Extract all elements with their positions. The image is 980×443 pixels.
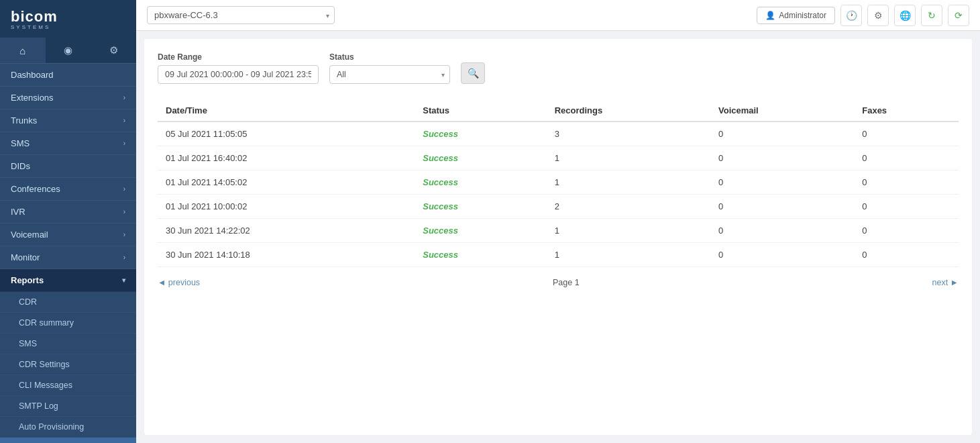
cell-faxes: 0 <box>854 146 959 170</box>
sidebar-item-label: Monitor <box>11 252 40 262</box>
sidebar-item-cdr-settings[interactable]: CDR Settings <box>0 354 136 375</box>
status-label: Status <box>329 52 450 62</box>
sidebar-item-reports[interactable]: Reports ▾ <box>0 269 136 292</box>
sidebar-navigation: Dashboard Extensions › Trunks › SMS › DI… <box>0 64 136 443</box>
globe-btn[interactable]: 🌐 <box>894 5 916 26</box>
col-status: Status <box>415 100 546 121</box>
sidebar-item-label: Dashboard <box>11 70 54 80</box>
table-row[interactable]: 01 Jul 2021 14:05:02 Success 1 0 0 <box>158 170 959 195</box>
sidebar-item-smtp-log[interactable]: SMTP Log <box>0 396 136 417</box>
cell-voicemail: 0 <box>710 219 854 243</box>
cell-datetime: 05 Jul 2021 11:05:05 <box>158 121 415 146</box>
chevron-right-icon: › <box>123 254 125 261</box>
col-voicemail: Voicemail <box>710 100 854 121</box>
user-icon: 👤 <box>765 11 775 20</box>
status-select-wrapper: All Success Failed Pending ▾ <box>329 65 450 84</box>
pagination: ◄ previous Page 1 next ► <box>158 278 959 287</box>
filter-bar: Date Range Status All Success Failed Pen… <box>158 52 959 84</box>
table-row[interactable]: 30 Jun 2021 14:10:18 Success 1 0 0 <box>158 243 959 267</box>
cell-status: Success <box>415 170 546 195</box>
sidebar-item-dids[interactable]: DIDs <box>0 155 136 178</box>
gear-icon: ⚙ <box>874 10 883 21</box>
table-body: 05 Jul 2021 11:05:05 Success 3 0 0 01 Ju… <box>158 121 959 267</box>
table-row[interactable]: 01 Jul 2021 16:40:02 Success 1 0 0 <box>158 146 959 170</box>
cell-voicemail: 0 <box>710 243 854 267</box>
chevron-right-icon: › <box>123 140 125 147</box>
sidebar-item-cli-messages[interactable]: CLI Messages <box>0 375 136 396</box>
cell-voicemail: 0 <box>710 170 854 195</box>
refresh2-icon: ⟳ <box>955 10 963 21</box>
archiving-table: Date/Time Status Recordings Voicemail Fa… <box>158 100 959 267</box>
sidebar-item-label: SMS <box>19 339 37 348</box>
logo-text: bicom <box>11 8 58 25</box>
date-range-group: Date Range <box>158 52 319 84</box>
sidebar-item-auto-provisioning[interactable]: Auto Provisioning <box>0 417 136 438</box>
date-range-input[interactable] <box>158 65 319 84</box>
refresh2-btn[interactable]: ⟳ <box>948 5 969 26</box>
cell-recordings: 1 <box>547 219 710 243</box>
settings-btn[interactable]: ⚙ <box>867 5 889 26</box>
cell-datetime: 01 Jul 2021 14:05:02 <box>158 170 415 195</box>
cell-recordings: 1 <box>547 146 710 170</box>
sidebar: bicom SYSTEMS ⌂ ◉ ⚙ Dashboard Extensions… <box>0 0 136 443</box>
status-select[interactable]: All Success Failed Pending <box>329 65 450 84</box>
sidebar-logo: bicom SYSTEMS <box>0 0 136 38</box>
sidebar-item-sms[interactable]: SMS › <box>0 132 136 155</box>
search-button[interactable]: 🔍 <box>461 62 485 84</box>
gear-icon-btn[interactable]: ⚙ <box>91 38 136 63</box>
pbx-selector[interactable]: pbxware-CC-6.3 <box>147 6 335 24</box>
chevron-right-icon: › <box>123 94 125 101</box>
sidebar-item-extensions[interactable]: Extensions › <box>0 87 136 109</box>
topbar: pbxware-CC-6.3 ▾ 👤 Administrator 🕐 ⚙ 🌐 ↻ <box>136 0 980 31</box>
previous-page-link[interactable]: ◄ previous <box>158 278 200 287</box>
cell-datetime: 30 Jun 2021 14:22:02 <box>158 219 415 243</box>
cell-voicemail: 0 <box>710 146 854 170</box>
sidebar-item-label: SMTP Log <box>19 401 58 411</box>
table-row[interactable]: 30 Jun 2021 14:22:02 Success 1 0 0 <box>158 219 959 243</box>
sidebar-item-label: DIDs <box>11 161 30 171</box>
col-recordings: Recordings <box>547 100 710 121</box>
sidebar-item-label: CDR Settings <box>19 360 70 369</box>
cell-faxes: 0 <box>854 170 959 195</box>
sidebar-item-archiving[interactable]: Archiving <box>0 438 136 443</box>
home-icon-btn[interactable]: ⌂ <box>0 38 46 63</box>
sidebar-item-label: Voicemail <box>11 230 48 240</box>
table-row[interactable]: 01 Jul 2021 10:00:02 Success 2 0 0 <box>158 195 959 219</box>
cell-voicemail: 0 <box>710 121 854 146</box>
chevron-right-icon: › <box>123 117 125 124</box>
cell-faxes: 0 <box>854 243 959 267</box>
sidebar-item-trunks[interactable]: Trunks › <box>0 109 136 132</box>
sidebar-item-conferences[interactable]: Conferences › <box>0 178 136 201</box>
globe-icon-btn[interactable]: ◉ <box>46 38 91 63</box>
chevron-right-icon: › <box>123 185 125 193</box>
col-faxes: Faxes <box>854 100 959 121</box>
sidebar-item-cdr-summary[interactable]: CDR summary <box>0 313 136 334</box>
sidebar-item-dashboard[interactable]: Dashboard <box>0 64 136 87</box>
cell-status: Success <box>415 243 546 267</box>
sidebar-item-voicemail[interactable]: Voicemail › <box>0 224 136 246</box>
main-area: pbxware-CC-6.3 ▾ 👤 Administrator 🕐 ⚙ 🌐 ↻ <box>136 0 980 443</box>
refresh-btn[interactable]: ↻ <box>921 5 942 26</box>
cell-status: Success <box>415 195 546 219</box>
sidebar-item-label: CDR <box>19 297 37 307</box>
cell-faxes: 0 <box>854 121 959 146</box>
sidebar-item-label: Reports <box>11 275 44 285</box>
sidebar-item-label: Conferences <box>11 184 60 194</box>
globe-icon: 🌐 <box>900 10 911 21</box>
chevron-right-icon: › <box>123 208 125 215</box>
sidebar-item-label: Extensions <box>11 93 54 103</box>
sidebar-item-cdr[interactable]: CDR <box>0 292 136 313</box>
sidebar-item-monitor[interactable]: Monitor › <box>0 246 136 269</box>
clock-btn[interactable]: 🕐 <box>840 5 862 26</box>
cell-voicemail: 0 <box>710 195 854 219</box>
cell-faxes: 0 <box>854 195 959 219</box>
sidebar-item-label: CDR summary <box>19 318 74 328</box>
cell-status: Success <box>415 219 546 243</box>
sidebar-item-ivr[interactable]: IVR › <box>0 201 136 224</box>
table-row[interactable]: 05 Jul 2021 11:05:05 Success 3 0 0 <box>158 121 959 146</box>
topbar-right: 👤 Administrator 🕐 ⚙ 🌐 ↻ ⟳ <box>757 5 969 26</box>
next-page-link[interactable]: next ► <box>932 278 959 287</box>
page-info: Page 1 <box>553 278 580 287</box>
sidebar-item-sms-report[interactable]: SMS <box>0 334 136 354</box>
cell-recordings: 1 <box>547 243 710 267</box>
